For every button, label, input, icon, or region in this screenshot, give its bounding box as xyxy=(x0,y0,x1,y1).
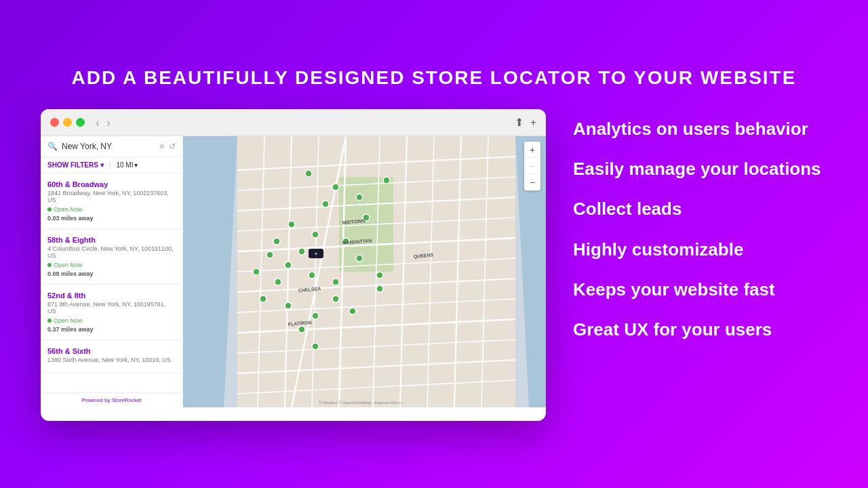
content-row: ‹ › ⬆ + 🔍 New York, NY ✕ ↺ xyxy=(41,109,827,421)
svg-point-41 xyxy=(275,279,281,285)
feature-fast: Keeps your website fast xyxy=(573,270,827,310)
svg-point-53 xyxy=(312,343,319,350)
feature-customizable: Highly customizable xyxy=(573,230,827,270)
zoom-line: – xyxy=(524,158,540,174)
store-name: 52nd & 8th xyxy=(47,291,176,300)
svg-point-40 xyxy=(376,272,383,279)
filters-row: SHOW FILTERS ▾ | 10 MI ▾ xyxy=(41,157,182,174)
svg-point-42 xyxy=(260,296,267,302)
open-text: Open Now xyxy=(54,206,83,213)
feature-manage: Easily manage your locations xyxy=(573,149,827,189)
open-dot xyxy=(47,319,52,323)
zoom-in-button[interactable]: + xyxy=(524,142,540,158)
share-button[interactable]: ⬆ xyxy=(515,116,524,129)
search-icon: 🔍 xyxy=(47,142,58,151)
svg-point-29 xyxy=(356,194,363,201)
browser-traffic-lights xyxy=(50,118,85,127)
back-button[interactable]: ‹ xyxy=(94,117,101,129)
store-sidebar: 🔍 New York, NY ✕ ↺ SHOW FILTERS ▾ | 10 M… xyxy=(41,136,183,407)
search-value[interactable]: New York, NY xyxy=(62,142,155,151)
browser-toolbar: ‹ › ⬆ + xyxy=(41,109,546,136)
svg-point-35 xyxy=(298,248,305,255)
svg-point-49 xyxy=(273,238,280,245)
open-text: Open Now xyxy=(54,317,83,324)
chevron-down-icon: ▾ xyxy=(100,161,104,169)
svg-point-52 xyxy=(298,326,305,333)
store-open-status: Open Now xyxy=(47,262,176,268)
svg-point-27 xyxy=(305,170,312,177)
svg-point-38 xyxy=(332,279,339,285)
browser-nav: ‹ › xyxy=(94,117,112,129)
feature-leads: Collect leads xyxy=(573,189,827,229)
store-address: 4 Columbus Circle, New York, NY, 1001911… xyxy=(47,245,176,259)
reload-icon[interactable]: ↺ xyxy=(169,142,176,151)
open-text: Open Now xyxy=(54,262,83,268)
features-list: Analytics on users behavior Easily manag… xyxy=(573,109,827,350)
svg-point-44 xyxy=(312,312,319,319)
maximize-dot[interactable] xyxy=(76,118,85,127)
open-dot xyxy=(47,263,52,267)
brand-name: StoreRocket xyxy=(112,397,142,403)
svg-point-51 xyxy=(267,251,273,258)
store-address: 1841 Broadway, New York, NY, 1002237603,… xyxy=(47,190,176,203)
filter-separator: | xyxy=(109,161,111,169)
list-item[interactable]: 60th & Broadway 1841 Broadway, New York,… xyxy=(41,174,182,229)
zoom-out-button[interactable]: − xyxy=(524,174,540,190)
svg-text:© Mapbox © OpenStreetMap · Imp: © Mapbox © OpenStreetMap · Improve this … xyxy=(319,401,405,405)
svg-point-46 xyxy=(349,308,356,314)
svg-point-45 xyxy=(332,296,339,302)
svg-point-39 xyxy=(356,255,363,262)
minimize-dot[interactable] xyxy=(63,118,72,127)
svg-point-37 xyxy=(309,272,315,279)
close-dot[interactable] xyxy=(50,118,59,127)
feature-manage-text: Easily manage your locations xyxy=(573,159,821,179)
svg-point-36 xyxy=(285,262,292,268)
store-address: 871 8th Avenue, New York, NY, 100195761,… xyxy=(47,301,176,314)
browser-content: 🔍 New York, NY ✕ ↺ SHOW FILTERS ▾ | 10 M… xyxy=(41,136,546,407)
browser-actions: ⬆ + xyxy=(515,116,536,129)
svg-point-30 xyxy=(322,201,329,207)
svg-point-48 xyxy=(288,221,295,228)
feature-leads-text: Collect leads xyxy=(573,199,682,219)
feature-ux: Great UX for your users xyxy=(573,310,827,350)
list-item[interactable]: 52nd & 8th 871 8th Avenue, New York, NY,… xyxy=(41,285,182,340)
store-distance: 0.37 miles away xyxy=(47,326,176,333)
add-tab-button[interactable]: + xyxy=(530,116,536,129)
svg-point-33 xyxy=(312,231,319,238)
map-svg: + MIDTOWN MANHATTAN CHELSEA QUEENS FLATI… xyxy=(183,136,546,407)
show-filters-button[interactable]: SHOW FILTERS ▾ xyxy=(47,161,104,169)
svg-point-31 xyxy=(383,177,390,184)
store-distance: 0.08 miles away xyxy=(47,270,176,277)
svg-point-47 xyxy=(376,285,383,292)
forward-button[interactable]: › xyxy=(105,117,112,129)
feature-analytics-text: Analytics on users behavior xyxy=(573,119,808,139)
map-area: + MIDTOWN MANHATTAN CHELSEA QUEENS FLATI… xyxy=(183,136,546,407)
store-distance: 0.03 miles away xyxy=(47,215,176,222)
page-title: ADD A BEAUTIFULLY DESIGNED STORE LOCATOR… xyxy=(72,67,797,89)
feature-customizable-text: Highly customizable xyxy=(573,239,743,260)
svg-point-50 xyxy=(253,268,260,275)
chevron-down-icon: ▾ xyxy=(134,161,138,169)
store-name: 56th & Sixth xyxy=(47,347,176,355)
store-open-status: Open Now xyxy=(47,206,176,213)
feature-ux-text: Great UX for your users xyxy=(573,319,772,340)
distance-filter-button[interactable]: 10 MI ▾ xyxy=(116,161,138,169)
svg-point-28 xyxy=(332,184,339,190)
store-name: 60th & Broadway xyxy=(47,180,176,188)
list-item[interactable]: 58th & Eighth 4 Columbus Circle, New Yor… xyxy=(41,229,182,285)
store-open-status: Open Now xyxy=(47,317,176,324)
feature-analytics: Analytics on users behavior xyxy=(573,109,827,149)
clear-icon[interactable]: ✕ xyxy=(159,142,165,151)
store-name: 58th & Eighth xyxy=(47,236,176,244)
sidebar-footer: Powered by StoreRocket xyxy=(41,392,182,407)
list-item[interactable]: 56th & Sixth 1380 Sixth Avenue, New York… xyxy=(41,340,182,373)
store-address: 1380 Sixth Avenue, New York, NY, 10019, … xyxy=(47,357,176,363)
search-bar: 🔍 New York, NY ✕ ↺ xyxy=(41,136,182,157)
stores-list: 60th & Broadway 1841 Broadway, New York,… xyxy=(41,174,182,392)
browser-window: ‹ › ⬆ + 🔍 New York, NY ✕ ↺ xyxy=(41,109,546,421)
svg-text:+: + xyxy=(315,251,317,256)
svg-point-43 xyxy=(285,302,292,309)
map-controls: + – − xyxy=(524,142,540,190)
open-dot xyxy=(47,207,52,211)
feature-fast-text: Keeps your website fast xyxy=(573,279,775,300)
